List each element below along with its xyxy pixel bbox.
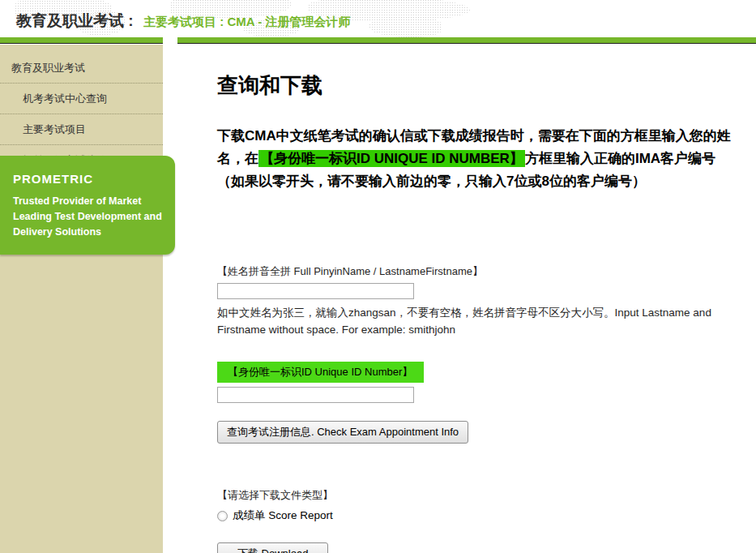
sidebar-item-education-exams[interactable]: 教育及职业考试 <box>0 53 163 84</box>
page-header: 教育及职业考试 : 主要考试项目 : CMA - 注册管理会计师 <box>0 0 756 37</box>
download-button[interactable]: 下载 Download <box>217 542 328 553</box>
site-title: 教育及职业考试 : <box>16 12 134 29</box>
sidebar-item-main-exam-programs[interactable]: 主要考试项目 <box>0 114 163 145</box>
sidebar-item-test-center-search[interactable]: 机考考试中心查询 <box>0 84 163 114</box>
score-report-option-label: 成绩单 Score Report <box>233 508 333 523</box>
divider-bar-right <box>177 37 756 44</box>
world-map-texture <box>369 16 442 37</box>
unique-id-label: 【身份唯一标识ID Unique ID Number】 <box>217 362 424 383</box>
pinyin-name-label: 【姓名拼音全拼 Full PinyinName / LastnameFirstn… <box>217 264 735 279</box>
main-content: 查询和下载 下载CMA中文纸笔考试的确认信或下载成绩报告时，需要在下面的方框里输… <box>177 45 756 553</box>
sidebar: 教育及职业考试 机考考试中心查询 主要考试项目 提前了解考试体验 PROMETR… <box>0 45 163 553</box>
page-title: 查询和下载 <box>217 71 735 100</box>
prometric-tagline: Trusted Provider of Market Leading Test … <box>13 194 164 240</box>
prometric-logo: PROMETRIC <box>13 172 164 186</box>
breadcrumb: 主要考试项目 : CMA - 注册管理会计师 <box>143 15 350 28</box>
intro-paragraph: 下载CMA中文纸笔考试的确认信或下载成绩报告时，需要在下面的方框里输入您的姓名，… <box>217 125 737 193</box>
unique-id-highlight: 【身份唯一标识ID UNIQUE ID NUMBER】 <box>258 150 525 167</box>
pinyin-name-input[interactable] <box>217 283 414 299</box>
pinyin-name-hint: 如中文姓名为张三，就输入zhangsan，不要有空格，姓名拼音字母不区分大小写。… <box>217 304 748 338</box>
check-appointment-button[interactable]: 查询考试注册信息. Check Exam Appointment Info <box>217 421 468 444</box>
divider-bar-left <box>0 37 163 44</box>
unique-id-input[interactable] <box>217 387 414 403</box>
score-report-radio[interactable] <box>217 511 228 521</box>
filetype-label: 【请选择下载文件类型】 <box>217 488 735 503</box>
prometric-promo-box: PROMETRIC Trusted Provider of Market Lea… <box>0 156 175 255</box>
score-report-option[interactable]: 成绩单 Score Report <box>217 508 735 523</box>
